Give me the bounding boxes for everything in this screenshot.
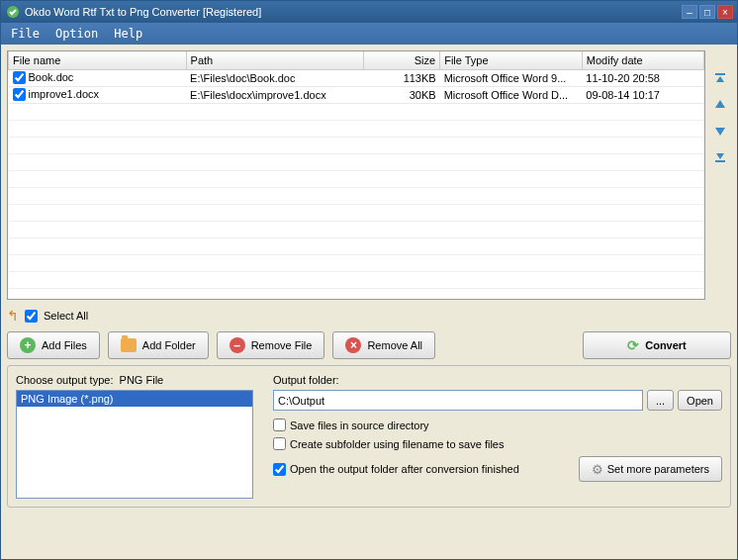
table-header: File name Path Size File Type Modify dat… [9,51,704,69]
select-all-checkbox[interactable] [25,310,38,323]
output-type-list[interactable]: PNG Image (*.png) [16,390,253,499]
create-subfolder-checkbox[interactable] [273,437,286,450]
menubar: File Option Help [1,23,737,45]
cell-size: 113KB [364,69,440,86]
svg-rect-2 [715,160,725,162]
close-button[interactable]: × [717,5,733,19]
folder-icon [121,338,137,352]
remove-all-button[interactable]: × Remove All [332,331,435,359]
row-checkbox[interactable] [13,88,26,101]
browse-button[interactable]: ... [647,390,674,411]
titlebar: Okdo Word Rtf Txt to Png Converter [Regi… [1,1,737,23]
convert-icon: ⟳ [627,337,639,353]
move-top-icon[interactable] [711,70,729,88]
list-item[interactable]: PNG Image (*.png) [17,391,252,407]
move-up-icon[interactable] [711,96,729,114]
col-size[interactable]: Size [364,51,440,69]
file-list[interactable]: File name Path Size File Type Modify dat… [7,50,705,300]
row-checkbox[interactable] [13,71,26,84]
up-arrow-icon: ↰ [7,308,19,324]
main-window: Okdo Word Rtf Txt to Png Converter [Regi… [0,0,738,560]
output-folder-label: Output folder: [273,374,722,386]
add-files-button[interactable]: + Add Files [7,331,100,359]
cell-date: 11-10-20 20:58 [582,69,703,86]
col-date[interactable]: Modify date [582,51,703,69]
open-folder-button[interactable]: Open [678,390,722,411]
set-parameters-button[interactable]: ⚙ Set more parameters [579,456,722,482]
x-icon: × [345,337,361,353]
open-after-label: Open the output folder after conversion … [290,463,519,475]
minus-icon: – [230,337,245,353]
select-all-row: ↰ Select All [7,306,731,326]
remove-file-button[interactable]: – Remove File [217,331,325,359]
svg-rect-1 [715,73,725,75]
cell-type: Microsoft Office Word 9... [440,69,583,86]
cell-type: Microsoft Office Word D... [440,86,583,103]
convert-button[interactable]: ⟳ Convert [583,331,731,359]
gear-icon: ⚙ [592,462,603,477]
settings-panel: Choose output type: PNG File PNG Image (… [7,365,731,508]
col-type[interactable]: File Type [440,51,583,69]
save-source-label: Save files in source directory [290,420,429,431]
cell-path: E:\Files\docx\improve1.docx [186,86,364,103]
add-folder-button[interactable]: Add Folder [108,331,209,359]
cell-path: E:\Files\doc\Book.doc [186,69,364,86]
output-type-value: PNG File [120,374,164,386]
menu-file[interactable]: File [7,25,44,43]
col-filename[interactable]: File name [9,51,187,69]
cell-size: 30KB [364,86,440,103]
window-controls: – □ × [682,5,733,19]
window-title: Okdo Word Rtf Txt to Png Converter [Regi… [25,6,682,18]
cell-date: 09-08-14 10:17 [582,86,703,103]
open-after-checkbox[interactable] [273,463,286,476]
table-row[interactable]: improve1.docx E:\Files\docx\improve1.doc… [9,86,704,103]
create-subfolder-label: Create subfolder using filename to save … [290,438,504,450]
cell-name: improve1.docx [29,88,100,100]
cell-name: Book.doc [29,71,74,83]
col-path[interactable]: Path [186,51,364,69]
menu-help[interactable]: Help [110,25,146,43]
plus-icon: + [20,337,36,353]
maximize-button[interactable]: □ [699,5,715,19]
select-all-label: Select All [44,310,88,322]
output-type-label: Choose output type: [16,374,113,386]
move-bottom-icon[interactable] [711,147,729,165]
minimize-button[interactable]: – [682,5,697,19]
output-folder-input[interactable] [273,390,643,411]
reorder-buttons [709,50,731,300]
save-source-checkbox[interactable] [273,419,286,431]
table-row[interactable]: Book.doc E:\Files\doc\Book.doc 113KB Mic… [9,69,704,86]
app-icon [5,4,21,20]
menu-option[interactable]: Option [51,25,102,43]
move-down-icon[interactable] [711,122,729,140]
